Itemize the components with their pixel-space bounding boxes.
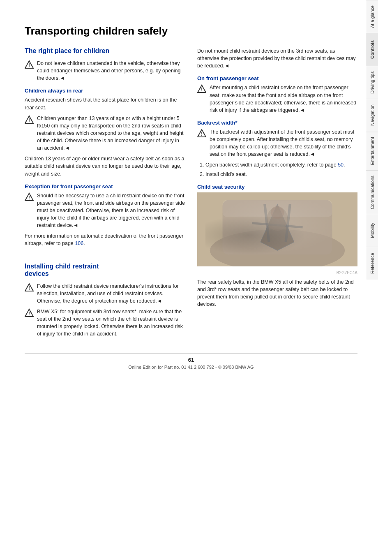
backrest-steps: Open backrest width adjustment completel… [205,161,357,178]
svg-text:!: ! [28,195,30,201]
svg-rect-14 [197,192,357,266]
svg-rect-16 [223,200,332,254]
warning-text-2: Children younger than 13 years of age or… [37,115,185,152]
right-column: Do not mount child restraint devices on … [197,47,357,341]
subsection1-heading: Children always in rear [25,88,185,94]
warning-block-4: ! Follow the child restraint device manu… [25,282,185,305]
no-mount-text: Do not mount child restraint devices on … [197,47,357,69]
warning-icon-2: ! [25,115,34,124]
page-link-106[interactable]: 106 [75,240,83,246]
svg-text:!: ! [28,62,30,68]
page-footer: 61 Online Edition for Part no. 01 41 2 6… [25,353,357,370]
children-rear-text1: Accident research shows that the safest … [25,96,185,111]
warning-text-5: BMW X5: for equipment with 3rd row seats… [37,308,185,338]
warning-text-3: Should it be necessary to use a child re… [37,192,185,229]
sidebar-tab-reference[interactable]: Reference [366,247,378,280]
step-2: Install child's seat. [205,171,357,178]
sidebar-tabs: At a glance Controls Driving tips Naviga… [366,0,378,555]
sidebar-tab-navigation[interactable]: Navigation [366,99,378,132]
child-seat-security-heading: Child seat security [197,184,357,190]
step-1: Open backrest width adjustment completel… [205,161,357,169]
warning-block-7: ! The backrest width adjustment of the f… [197,128,357,158]
section-separator [25,255,185,255]
warning-block-6: ! After mounting a child restraint devic… [197,84,357,114]
sidebar-tab-communications[interactable]: Communications [366,170,378,214]
backrest-width-heading: Backrest width* [197,120,357,126]
child-seat-image [197,192,357,266]
warning-icon-1: ! [25,60,34,69]
sidebar-tab-driving-tips[interactable]: Driving tips [366,66,378,99]
warning-icon-7: ! [197,129,206,138]
svg-text:!: ! [201,87,203,92]
svg-text:!: ! [28,118,30,123]
main-content: Transporting children safely The right p… [0,0,366,555]
footer-text: Online Edition for Part no. 01 41 2 600 … [25,365,357,370]
warning-block-2: ! Children younger than 13 years of age … [25,115,185,152]
section1-heading: The right place for children [25,47,185,55]
warning-block-3: ! Should it be necessary to use a child … [25,192,185,229]
warning-text-7: The backrest width adjustment of the fro… [210,128,357,158]
warning-block-5: ! BMW X5: for equipment with 3rd row sea… [25,308,185,338]
on-front-seat-heading: On front passenger seat [197,75,357,81]
page-link-50[interactable]: 50 [338,162,344,168]
page-title: Transporting children safely [25,25,357,37]
image-caption: B2G7FC4A [197,271,357,275]
svg-point-18 [271,206,284,219]
svg-rect-19 [223,200,332,217]
svg-text:!: ! [28,311,30,317]
warning-text-6: After mounting a child restraint device … [210,84,357,114]
sidebar-tab-mobility[interactable]: Mobility [366,214,378,247]
front-passenger-ref: For more information on automatic deacti… [25,232,185,247]
sidebar-tab-entertainment[interactable]: Entertainment [366,132,378,170]
warning-text-4: Follow the child restraint device manufa… [37,282,185,305]
warning-text-1: Do not leave children unattended in the … [37,60,185,82]
svg-text:!: ! [201,131,203,137]
sidebar-tab-controls[interactable]: Controls [366,33,378,66]
section2-heading: Installing child restraintdevices [25,263,185,278]
page-number: 61 [25,357,357,363]
warning-icon-6: ! [197,84,206,93]
warning-icon-5: ! [25,308,34,317]
left-column: The right place for children ! Do not le… [25,47,185,341]
warning-block-1: ! Do not leave children unattended in th… [25,60,185,82]
child-seat-security-text: The rear safety belts, in the BMW X5 all… [197,278,357,308]
warning-icon-3: ! [25,192,34,201]
subsection2-heading: Exception for front passenger seat [25,183,185,190]
warning-icon-4: ! [25,283,34,292]
svg-point-15 [210,229,345,266]
svg-text:!: ! [28,285,30,291]
children-rear-text2: Children 13 years of age or older must w… [25,155,185,177]
sidebar-tab-at-a-glance[interactable]: At a glance [366,0,378,33]
svg-point-17 [267,207,288,230]
